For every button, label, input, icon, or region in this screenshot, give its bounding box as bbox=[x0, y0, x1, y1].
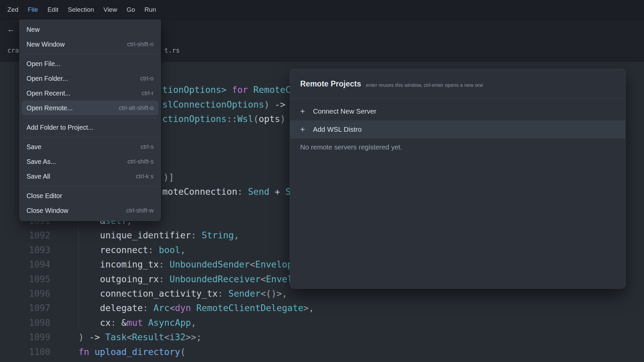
remote-modal-item-add-wsl-distro[interactable]: +Add WSL Distro bbox=[290, 120, 625, 138]
code-line[interactable]: ctionOptions::Wsl(opts) bbox=[162, 112, 285, 126]
menu-item-save[interactable]: Savectrl-s bbox=[22, 139, 158, 154]
code-line[interactable]: reconnect: bool, bbox=[100, 243, 185, 257]
code-token: incoming_tx bbox=[100, 259, 159, 269]
menu-item-label: Close Editor bbox=[26, 192, 62, 200]
code-line[interactable]: incoming_tx: UnboundedSender<Envelope>, bbox=[100, 257, 309, 272]
file-path-fragment-start: cra bbox=[7, 47, 19, 54]
menu-item-save-all[interactable]: Save Allctrl-k s bbox=[22, 169, 158, 184]
menubar-item-run[interactable]: Run bbox=[140, 6, 161, 13]
menu-item-add-folder-to-project[interactable]: Add Folder to Project... bbox=[22, 120, 158, 135]
code-token: Arc bbox=[154, 303, 170, 313]
code-token: : bbox=[143, 303, 154, 313]
menu-item-new[interactable]: New bbox=[22, 22, 158, 37]
line-number: 1092 bbox=[0, 228, 50, 242]
menu-item-open-file[interactable]: Open File... bbox=[22, 56, 158, 71]
code-token: Result bbox=[132, 332, 164, 342]
code-token: i32 bbox=[169, 332, 185, 342]
menu-separator bbox=[22, 186, 158, 186]
menu-item-label: Save bbox=[26, 143, 41, 151]
code-line[interactable]: ) -> Task<Result<i32>>; bbox=[78, 330, 202, 344]
plus-icon: + bbox=[300, 125, 308, 134]
code-token: : bbox=[218, 288, 228, 299]
code-token: < bbox=[127, 332, 132, 342]
code-token: UnboundedReceiver bbox=[169, 274, 260, 284]
code-token: ( bbox=[180, 347, 185, 357]
menubar-item-edit[interactable]: Edit bbox=[43, 6, 63, 13]
remote-modal-item-label: Add WSL Distro bbox=[313, 125, 362, 133]
code-token: & bbox=[121, 317, 127, 328]
menubar-item-go[interactable]: Go bbox=[122, 6, 140, 13]
code-token: upload_directory bbox=[95, 347, 180, 357]
remote-modal-list: +Connect New Server+Add WSL Distro bbox=[290, 99, 625, 138]
menu-item-close-editor[interactable]: Close Editor bbox=[22, 188, 158, 203]
menu-item-new-window[interactable]: New Windowctrl-shift-n bbox=[22, 37, 158, 52]
code-token bbox=[143, 317, 148, 328]
code-token: for bbox=[232, 84, 248, 95]
menu-item-shortcut: ctrl-o bbox=[140, 75, 154, 82]
back-button[interactable]: ← bbox=[5, 23, 17, 35]
code-token: unique_identifier bbox=[100, 230, 191, 240]
menu-item-label: Open File... bbox=[26, 60, 60, 68]
menubar-item-file[interactable]: File bbox=[23, 6, 43, 13]
menu-item-label: Save As... bbox=[26, 158, 56, 166]
menu-item-shortcut: ctrl-alt-shift-o bbox=[119, 105, 154, 112]
code-token: Wsl bbox=[237, 114, 253, 124]
plus-icon: + bbox=[300, 107, 308, 116]
code-token: RemoteClientDelegate bbox=[196, 303, 303, 313]
code-token: , bbox=[234, 230, 239, 240]
code-line[interactable]: delegate: Arc<dyn RemoteClientDelegate>, bbox=[100, 301, 314, 315]
menu-item-open-recent[interactable]: Open Recent...ctrl-r bbox=[22, 86, 158, 101]
code-token bbox=[226, 84, 232, 95]
code-token: opts bbox=[259, 114, 280, 124]
code-token: ) bbox=[264, 99, 269, 110]
code-line[interactable]: unique_identifier: String, bbox=[100, 228, 239, 242]
menubar-item-view[interactable]: View bbox=[99, 6, 122, 13]
code-token: AsyncApp bbox=[148, 317, 191, 328]
menu-item-label: Close Window bbox=[26, 207, 68, 215]
code-token: ( bbox=[253, 114, 259, 124]
line-number: 1098 bbox=[0, 315, 50, 330]
menu-item-label: Open Remote... bbox=[26, 104, 73, 112]
line-number: 1100 bbox=[0, 345, 50, 359]
code-line[interactable]: slConnectionOptions) -> bbox=[162, 97, 285, 112]
menu-separator bbox=[22, 137, 158, 137]
code-token: -> bbox=[84, 332, 105, 342]
file-path-fragment-end: t.rs bbox=[164, 47, 180, 54]
code-token: reconnect bbox=[100, 245, 148, 255]
remote-modal-item-connect-new-server[interactable]: +Connect New Server bbox=[290, 102, 625, 120]
menu-item-open-folder[interactable]: Open Folder...ctrl-o bbox=[22, 71, 158, 86]
code-token: bool bbox=[159, 245, 180, 255]
code-token: moteConnection bbox=[162, 186, 237, 197]
code-token: outgoing_rx bbox=[100, 274, 159, 284]
code-token: >, bbox=[303, 303, 314, 313]
code-token: Sender bbox=[228, 288, 261, 299]
menu-item-save-as[interactable]: Save As...ctrl-shift-s bbox=[22, 154, 158, 169]
code-token: delegate bbox=[100, 303, 143, 313]
remote-modal-header: Remote Projects enter reuses this window… bbox=[290, 69, 625, 99]
menubar-item-zed[interactable]: Zed bbox=[3, 6, 23, 13]
line-number: 1094 bbox=[0, 257, 50, 272]
menu-item-shortcut: ctrl-shift-n bbox=[127, 41, 154, 48]
code-line[interactable]: fn upload_directory( bbox=[78, 345, 185, 359]
code-line[interactable]: moteConnection: Send + Sync bbox=[162, 184, 307, 199]
code-token: ) bbox=[78, 332, 84, 342]
remote-modal-title: Remote Projects bbox=[300, 79, 361, 88]
file-menu: NewNew Windowctrl-shift-nOpen File...Ope… bbox=[19, 19, 161, 221]
code-line[interactable]: cx: &mut AsyncApp, bbox=[100, 315, 196, 330]
code-token: < bbox=[164, 332, 169, 342]
code-line[interactable]: connection_activity_tx: Sender<()>, bbox=[100, 286, 287, 301]
line-number: 1099 bbox=[0, 330, 50, 344]
menu-item-open-remote[interactable]: Open Remote...ctrl-alt-shift-o bbox=[22, 101, 158, 115]
menubar-item-selection[interactable]: Selection bbox=[63, 6, 99, 13]
code-token: dyn bbox=[175, 303, 191, 313]
remote-projects-modal: Remote Projects enter reuses this window… bbox=[290, 69, 626, 289]
code-token: : bbox=[159, 274, 170, 284]
menu-item-close-window[interactable]: Close Windowctrl-shift-w bbox=[22, 203, 158, 218]
code-line[interactable]: outgoing_rx: UnboundedReceiver<Envelope>… bbox=[100, 272, 319, 286]
code-token: mut bbox=[127, 317, 143, 328]
code-token: tionOptions> bbox=[162, 84, 226, 95]
code-token: fn bbox=[78, 347, 89, 357]
code-token bbox=[89, 347, 95, 357]
code-line[interactable]: )] bbox=[163, 170, 174, 184]
menu-item-label: New Window bbox=[26, 41, 65, 48]
